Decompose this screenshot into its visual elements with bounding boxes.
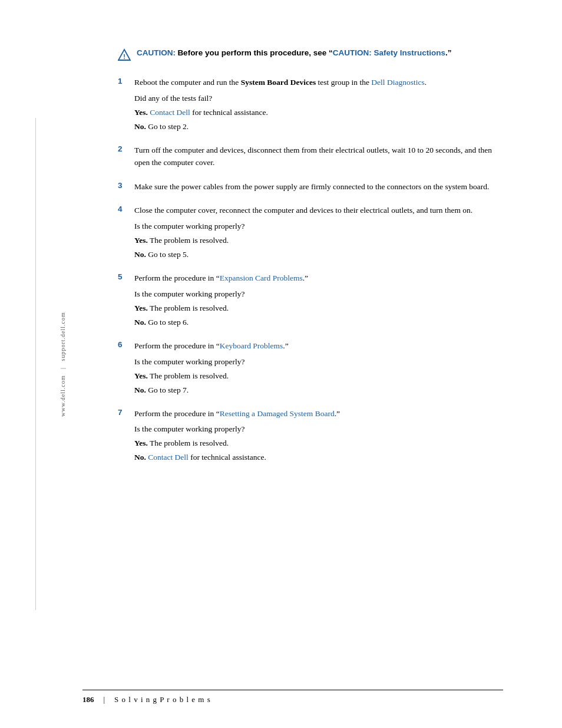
step-3: 3 Make sure the power cables from the po… — [118, 181, 503, 196]
step-1-content: Reboot the computer and run the System B… — [134, 77, 503, 135]
step-4-content: Close the computer cover, reconnect the … — [134, 205, 503, 263]
step-2-main: Turn off the computer and devices, disco… — [134, 144, 503, 169]
step-7-main: Perform the procedure in “Resetting a Da… — [134, 408, 503, 420]
step-7-question: Is the computer working properly? — [134, 423, 503, 436]
step-6-main: Perform the procedure in “Keyboard Probl… — [134, 340, 503, 353]
step-7-yes: Yes. The problem is resolved. — [134, 437, 503, 450]
caution-suffix: .” — [445, 48, 452, 57]
step-5-num: 5 — [118, 272, 127, 281]
steps-list: 1 Reboot the computer and run the System… — [118, 77, 503, 466]
step-4-question: Is the computer working properly? — [134, 220, 503, 233]
side-text: www.dell.com | support.dell.com — [59, 312, 66, 416]
caution-label: CAUTION: — [137, 48, 176, 57]
step-4-yes: Yes. The problem is resolved. — [134, 235, 503, 247]
footer-separator: | — [104, 695, 105, 704]
caution-icon: ! — [118, 48, 131, 64]
dell-diagnostics-link[interactable]: Dell Diagnostics — [371, 78, 424, 87]
step-3-content: Make sure the power cables from the powe… — [134, 181, 503, 196]
step-1-no: No. Go to step 2. — [134, 121, 503, 133]
step-3-main: Make sure the power cables from the powe… — [134, 181, 503, 193]
caution-triangle-icon: ! — [118, 48, 131, 61]
step-2-content: Turn off the computer and devices, disco… — [134, 144, 503, 172]
step-3-num: 3 — [118, 181, 127, 190]
step-5: 5 Perform the procedure in “Expansion Ca… — [118, 272, 503, 331]
step-6-question: Is the computer working properly? — [134, 356, 503, 368]
step-4-num: 4 — [118, 205, 127, 213]
step-6-sub: Is the computer working properly? Yes. T… — [134, 356, 503, 397]
step-6-content: Perform the procedure in “Keyboard Probl… — [134, 340, 503, 398]
step-5-question: Is the computer working properly? — [134, 288, 503, 301]
side-text-1: www.dell.com — [59, 375, 66, 416]
step-2: 2 Turn off the computer and devices, dis… — [118, 144, 503, 172]
step-4-sub: Is the computer working properly? Yes. T… — [134, 220, 503, 261]
step-1-question: Did any of the tests fail? — [134, 93, 503, 105]
step-7: 7 Perform the procedure in “Resetting a … — [118, 408, 503, 466]
contact-dell-link-2[interactable]: Contact Dell — [148, 453, 189, 462]
footer-section: S o l v i n g P r o b l e m s — [114, 695, 211, 704]
resetting-damaged-system-board-link[interactable]: Resetting a Damaged System Board — [220, 409, 335, 418]
caution-box: ! CAUTION: Before you perform this proce… — [118, 47, 503, 64]
contact-dell-link-1[interactable]: Contact Dell — [150, 108, 190, 117]
step-7-sub: Is the computer working properly? Yes. T… — [134, 423, 503, 464]
svg-text:!: ! — [123, 53, 125, 60]
step-2-num: 2 — [118, 144, 127, 153]
step-6: 6 Perform the procedure in “Keyboard Pro… — [118, 340, 503, 398]
page-container: www.dell.com | support.dell.com ! CAUTIO… — [0, 0, 562, 728]
step-7-num: 7 — [118, 408, 127, 417]
step-1-num: 1 — [118, 77, 127, 85]
step-5-sub: Is the computer working properly? Yes. T… — [134, 288, 503, 329]
step-5-main: Perform the procedure in “Expansion Card… — [134, 272, 503, 285]
step-4-no: No. Go to step 5. — [134, 249, 503, 261]
expansion-card-problems-link[interactable]: Expansion Card Problems — [220, 274, 303, 282]
step-4: 4 Close the computer cover, reconnect th… — [118, 205, 503, 263]
step-5-content: Perform the procedure in “Expansion Card… — [134, 272, 503, 331]
side-divider — [35, 118, 36, 610]
side-text-2: support.dell.com — [59, 312, 66, 361]
step-6-yes: Yes. The problem is resolved. — [134, 370, 503, 383]
step-1-sub: Did any of the tests fail? Yes. Contact … — [134, 93, 503, 133]
step-6-num: 6 — [118, 340, 127, 349]
caution-text-block: CAUTION: Before you perform this procedu… — [137, 47, 452, 59]
step-1-yes: Yes. Contact Dell for technical assistan… — [134, 107, 503, 119]
step-1-main: Reboot the computer and run the System B… — [134, 77, 503, 89]
step-1: 1 Reboot the computer and run the System… — [118, 77, 503, 135]
step-6-no: No. Go to step 7. — [134, 384, 503, 397]
step-7-no: No. Contact Dell for technical assistanc… — [134, 452, 503, 464]
keyboard-problems-link[interactable]: Keyboard Problems — [220, 341, 283, 350]
page-number: 186 — [82, 695, 94, 704]
page-footer: 186 | S o l v i n g P r o b l e m s — [82, 690, 503, 704]
step-7-content: Perform the procedure in “Resetting a Da… — [134, 408, 503, 466]
step-5-no: No. Go to step 6. — [134, 317, 503, 329]
caution-safety-link[interactable]: CAUTION: Safety Instructions — [333, 48, 445, 57]
step-4-main: Close the computer cover, reconnect the … — [134, 205, 503, 217]
main-content: ! CAUTION: Before you perform this proce… — [118, 47, 503, 466]
caution-body: Before you perform this procedure, see “ — [177, 48, 332, 57]
step-5-yes: Yes. The problem is resolved. — [134, 302, 503, 315]
